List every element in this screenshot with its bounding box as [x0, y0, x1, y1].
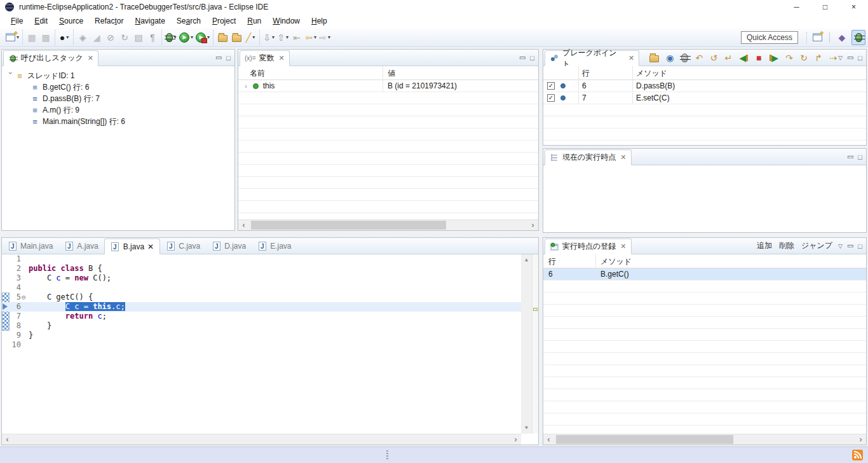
step-back-into-icon[interactable]: ↶ — [694, 50, 704, 66]
menu-item-search[interactable]: Search — [171, 15, 207, 27]
chevron-down-icon[interactable]: ▾ — [252, 34, 255, 40]
scrollbar-thumb[interactable] — [556, 435, 733, 444]
maximize-button[interactable]: □ — [811, 0, 839, 14]
close-icon[interactable]: ✕ — [279, 54, 285, 62]
table-row[interactable]: 6B.getC() — [543, 268, 866, 280]
exec-points-tab[interactable]: 実行時点の登録 ✕ — [545, 238, 632, 254]
tree-node-frame[interactable]: ≡B.getC() 行: 6 — [2, 81, 234, 93]
breakpoints-tab[interactable]: ブレークポイント ✕ — [545, 50, 639, 66]
variables-tab[interactable]: (x)= 変数 ✕ — [240, 50, 290, 66]
code-line[interactable]: 7 return c; — [2, 312, 521, 321]
build-icon[interactable]: ↻ — [118, 30, 132, 45]
editor-horizontal-scrollbar[interactable]: ‹ › — [2, 434, 521, 445]
variables-horizontal-scrollbar[interactable]: ‹› — [238, 219, 538, 230]
delete-button[interactable]: 削除 — [778, 240, 796, 251]
menu-item-help[interactable]: Help — [306, 15, 333, 27]
chevron-down-icon[interactable]: ▾ — [286, 34, 288, 40]
column-header-method[interactable]: メソッド — [636, 68, 667, 79]
news-feed-icon[interactable] — [852, 450, 863, 462]
code-editor[interactable]: 12public class B {3 C c = new C();45⊖ C … — [2, 254, 521, 434]
minimize-view-icon[interactable]: ▭ — [519, 53, 526, 62]
minimize-view-icon[interactable]: ▭ — [847, 53, 853, 62]
code-line[interactable]: 6 C c = this.c; — [2, 302, 521, 312]
step-into-icon[interactable]: ↷ — [784, 50, 794, 66]
terminate-icon[interactable]: ■ — [754, 50, 764, 66]
editor-tab-a-java[interactable]: JA.java — [58, 238, 104, 254]
breakpoint-checkbox[interactable]: ✓ — [547, 94, 555, 102]
previous-annotation-icon[interactable]: ⇧▾ — [276, 30, 290, 45]
scroll-down-icon[interactable]: ▼ — [521, 424, 532, 432]
menu-item-refactor[interactable]: Refactor — [89, 15, 129, 27]
column-header-name[interactable]: 名前 — [250, 68, 265, 79]
marker-pen-icon[interactable]: ╱▾ — [243, 30, 257, 45]
menu-item-run[interactable]: Run — [241, 15, 267, 27]
quick-access-box[interactable]: Quick Access — [741, 31, 798, 44]
step-over-icon[interactable]: ↻ — [799, 50, 809, 66]
forward-icon[interactable]: ⇨▾ — [318, 30, 332, 45]
debug-trace-icon[interactable] — [679, 50, 689, 66]
editor-tab-b-java[interactable]: JB.java✕ — [104, 238, 160, 254]
statusbar-drag-handle[interactable] — [386, 450, 388, 460]
open-perspective-icon[interactable] — [810, 30, 824, 45]
minimize-view-icon[interactable]: ▭ — [215, 53, 222, 62]
open-trace-folder-icon[interactable] — [215, 30, 229, 45]
save-icon[interactable]: ▦ — [25, 30, 39, 45]
editor-tab-d-java[interactable]: JD.java — [206, 238, 252, 254]
menu-item-window[interactable]: Window — [267, 15, 306, 27]
back-icon[interactable]: ⇦▾ — [304, 30, 318, 45]
scroll-right-icon[interactable]: › — [855, 434, 866, 445]
chevron-down-icon[interactable]: ▾ — [191, 34, 193, 40]
next-annotation-icon[interactable]: ⇩▾ — [262, 30, 276, 45]
maximize-view-icon[interactable]: □ — [226, 54, 231, 62]
code-line[interactable]: 5⊖ C getC() { — [2, 293, 521, 302]
scroll-right-icon[interactable]: › — [527, 220, 538, 230]
chevron-down-icon[interactable]: ▾ — [314, 34, 316, 40]
menu-item-edit[interactable]: Edit — [29, 15, 53, 27]
debug-perspective-icon[interactable] — [851, 30, 865, 45]
close-icon[interactable]: ✕ — [147, 242, 154, 251]
editor-tab-main-java[interactable]: JMain.java — [2, 238, 58, 254]
call-stack-tab[interactable]: 呼び出しスタック ✕ — [3, 50, 98, 66]
tree-node-frame[interactable]: ≡A.m() 行: 9 — [2, 104, 234, 116]
column-header-method[interactable]: メソッド — [600, 256, 632, 267]
minimize-view-icon[interactable]: ▭ — [847, 242, 853, 250]
account-icon[interactable]: ●▾ — [57, 30, 71, 45]
last-edit-location-icon[interactable]: ⇤ — [290, 30, 304, 45]
close-icon[interactable]: ✕ — [88, 54, 93, 62]
skip-all-breakpoints-icon[interactable]: ⊘ — [104, 30, 118, 45]
watchpoint-icon[interactable]: ◈ — [76, 30, 90, 45]
editor-vertical-scrollbar[interactable]: ▲ ▼ — [521, 254, 532, 434]
backward-resume-icon[interactable]: ◀ — [738, 50, 749, 66]
view-menu-icon[interactable]: ▽ — [838, 243, 843, 249]
close-icon[interactable]: ✕ — [620, 153, 626, 162]
step-back-return-icon[interactable]: ↵ — [723, 50, 733, 66]
scroll-left-icon[interactable]: ‹ — [238, 220, 249, 230]
resume-icon[interactable]: ▶ — [768, 50, 780, 66]
code-line[interactable]: 1 — [2, 254, 521, 264]
save-all-icon[interactable]: ▩ — [39, 30, 53, 45]
code-line[interactable]: 9} — [2, 331, 521, 340]
chevron-expanded-icon[interactable]: › — [7, 72, 15, 79]
step-return-icon[interactable]: ↱ — [813, 50, 824, 66]
run-coverage-icon[interactable]: ▾ — [194, 30, 211, 45]
column-header-line[interactable]: 行 — [548, 256, 556, 267]
tree-node-frame[interactable]: ≡D.passB(B) 行: 7 — [2, 93, 234, 104]
menu-item-project[interactable]: Project — [207, 15, 241, 27]
run-to-line-icon[interactable]: ⇢ — [828, 50, 838, 66]
close-button[interactable]: × — [839, 0, 868, 14]
maximize-view-icon[interactable]: □ — [530, 54, 534, 62]
chevron-down-icon[interactable]: ▾ — [328, 34, 330, 40]
new-wizard-icon[interactable]: ▾ — [4, 30, 20, 45]
code-line[interactable]: 10 — [2, 340, 521, 350]
chevron-collapsed-icon[interactable]: › — [245, 82, 247, 90]
java-perspective-icon[interactable]: ◆ — [835, 30, 849, 45]
tree-node-thread[interactable]: ›≡スレッドID: 1 — [2, 70, 234, 81]
code-line[interactable]: 8 } — [2, 321, 521, 331]
editor-tab-e-java[interactable]: JE.java — [252, 238, 297, 254]
table-row[interactable]: ✓6D.passB(B) — [543, 80, 866, 92]
format-brush-icon[interactable]: ◢ — [90, 30, 104, 45]
view-menu-icon[interactable]: ▽ — [838, 55, 843, 61]
close-icon[interactable]: ✕ — [620, 242, 626, 251]
code-line[interactable]: 2public class B { — [2, 264, 521, 273]
debug-icon[interactable]: ▾ — [164, 30, 178, 45]
